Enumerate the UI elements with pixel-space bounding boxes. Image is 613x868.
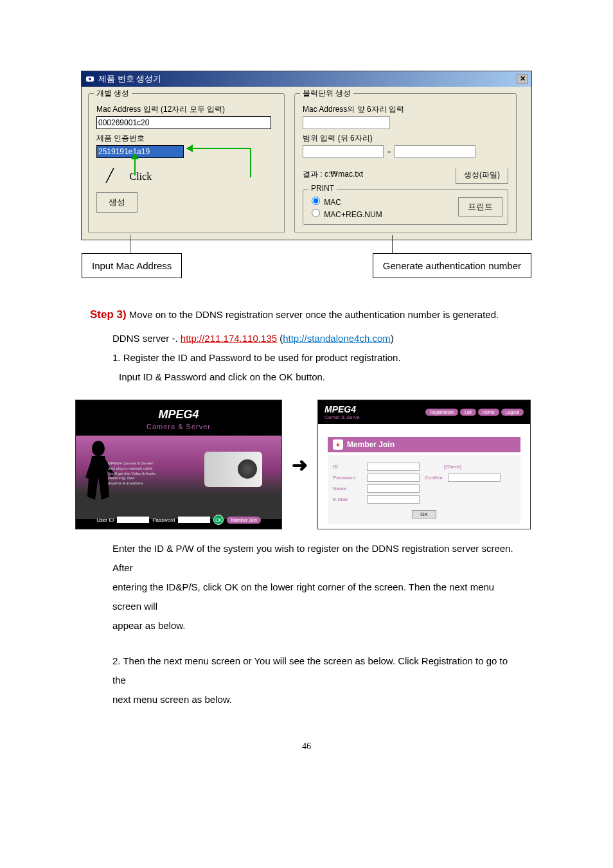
range-to-input[interactable]	[395, 145, 475, 158]
join-plus-icon: +	[333, 439, 343, 450]
item-2a: 2. Then the next menu screen or You will…	[112, 651, 523, 690]
user-id-label: User ID	[96, 517, 114, 523]
mpeg-logo-2: MPEG4	[324, 404, 360, 414]
member-join-heading: + Member Join	[328, 437, 520, 452]
user-id-input[interactable]	[117, 517, 149, 523]
form-id-input[interactable]	[367, 463, 420, 471]
member-join-link[interactable]: Member Join	[227, 517, 260, 524]
range-dash: -	[387, 146, 391, 157]
mac-address-input[interactable]	[96, 116, 271, 129]
screenshot-row: MPEG4 Camera & Server MPEG4 Camera & Ser…	[75, 400, 538, 529]
form-password-input[interactable]	[367, 474, 420, 482]
mac-input-label: Mac Address 입력 (12자리 모두 입력)	[96, 104, 276, 115]
login-ok-button[interactable]: OK	[213, 515, 224, 525]
screenshot2-header: MPEG4 Camer & Serve Registration List Ho…	[318, 400, 530, 424]
ddns-server-line: DDNS server -. http://211.174.110.135 (h…	[112, 329, 523, 348]
form-name-label: Name	[333, 486, 362, 492]
after-line-2: entering the ID&P/S, click OK on the low…	[112, 578, 523, 616]
svg-point-1	[89, 78, 91, 80]
print-legend: PRINT	[308, 184, 337, 193]
radio-mac-reg[interactable]: MAC+REG.NUM	[308, 207, 382, 219]
result-path-label: 결과 : c:₩mac.txt	[303, 170, 363, 179]
form-name-input[interactable]	[367, 484, 420, 493]
form-email-input[interactable]	[367, 495, 420, 504]
close-icon[interactable]: ✕	[517, 74, 528, 84]
range-label: 범위 입력 (뒤 6자리)	[303, 133, 508, 144]
check-link[interactable]: [Check]	[444, 464, 461, 470]
mac-prefix-input[interactable]	[303, 116, 390, 129]
app-icon	[85, 74, 95, 84]
arrow-to-click-icon	[116, 153, 154, 179]
after-line-3: appear as below.	[112, 616, 523, 635]
item-2b: next menu screen as below.	[112, 690, 523, 709]
login-screenshot: MPEG4 Camera & Server MPEG4 Camera & Ser…	[75, 400, 282, 529]
step-3-label: Step 3)	[90, 308, 127, 321]
nav-home[interactable]: Home	[478, 409, 499, 416]
password-input[interactable]	[178, 517, 210, 523]
page-number: 46	[6, 741, 607, 752]
callout-connector-left	[130, 235, 130, 253]
slash-icon: ╱	[106, 168, 114, 183]
after-images-text: Enter the ID & P/W of the system you wis…	[90, 539, 523, 709]
document-content: Step 3) Move on to the DDNS registration…	[90, 304, 523, 387]
arrow-right-icon: ➜	[292, 454, 308, 476]
ddns-ip-link[interactable]: http://211.174.110.135	[181, 333, 277, 344]
nav-registration[interactable]: Registration	[425, 409, 458, 416]
right-legend: 블럭단위 생성	[300, 88, 353, 99]
window-title: 제품 번호 생성기	[98, 73, 161, 85]
callouts: Input Mac Address Generate authenticatio…	[82, 253, 531, 278]
ddns-domain-link[interactable]: http://standalone4ch.com	[283, 333, 391, 344]
mac-prefix-label: Mac Address의 앞 6자리 입력	[303, 104, 508, 115]
form-confirm-label: Confirm	[425, 475, 443, 481]
form-email-label: E-Mail	[333, 497, 362, 502]
title-bar: 제품 번호 생성기 ✕	[82, 71, 531, 87]
promo-text: MPEG4 Camera & Server! Just plug-in netw…	[108, 461, 155, 486]
individual-generation-group: 개별 생성 Mac Address 입력 (12자리 모두 입력) 제품 인증번…	[88, 93, 285, 233]
callout-connector-right	[392, 235, 393, 253]
mpeg-logo: MPEG4	[76, 400, 281, 423]
nav-logout[interactable]: Logout	[501, 409, 524, 416]
item-1b: Input ID & Password and click on the OK …	[119, 368, 523, 387]
arrow-to-mac-icon	[186, 142, 263, 181]
print-button[interactable]: 프린트	[458, 197, 502, 217]
nav-buttons: Registration List Home Logout	[425, 409, 524, 416]
item-1: 1. Register the ID and Password to be us…	[112, 348, 523, 368]
nav-list[interactable]: List	[460, 409, 476, 416]
form-id-label: ID	[333, 464, 362, 470]
password-label: Password	[152, 517, 175, 523]
member-join-screenshot: MPEG4 Camer & Serve Registration List Ho…	[317, 400, 531, 529]
mpeg-subtitle: Camera & Server	[76, 423, 281, 430]
generate-button[interactable]: 생성	[96, 192, 138, 213]
form-confirm-input[interactable]	[448, 474, 501, 482]
step-3-heading: Step 3) Move on to the DDNS registration…	[90, 304, 523, 326]
svg-point-5	[92, 441, 105, 456]
camera-image	[204, 452, 262, 487]
callout-input-mac: Input Mac Address	[82, 253, 182, 278]
login-bar: User ID Password OK Member Join	[76, 512, 281, 527]
left-legend: 개별 생성	[94, 88, 132, 99]
generator-window: 제품 번호 생성기 ✕ 개별 생성 Mac Address 입력 (12자리 모…	[81, 71, 532, 240]
form-ok-button[interactable]: OK	[412, 510, 436, 518]
after-line-1: Enter the ID & P/W of the system you wis…	[112, 539, 523, 578]
mpeg-sub-2: Camer & Serve	[324, 414, 360, 420]
step-3-text: Move on to the DDNS registration server …	[127, 309, 499, 320]
block-generation-group: 블럭단위 생성 Mac Address의 앞 6자리 입력 범위 입력 (뒤 6…	[294, 93, 517, 233]
form-password-label: Password	[333, 475, 362, 481]
radio-mac[interactable]: MAC	[308, 195, 341, 207]
callout-gen-auth: Generate authentication number	[373, 253, 531, 278]
print-group: PRINT MAC MAC+REG.NUM 프린트	[303, 189, 508, 225]
range-from-input[interactable]	[303, 145, 384, 158]
generate-file-button[interactable]: 생성(파일)	[456, 168, 508, 184]
join-form: ID [Check] Password Confirm Name E-Mail …	[328, 455, 520, 524]
